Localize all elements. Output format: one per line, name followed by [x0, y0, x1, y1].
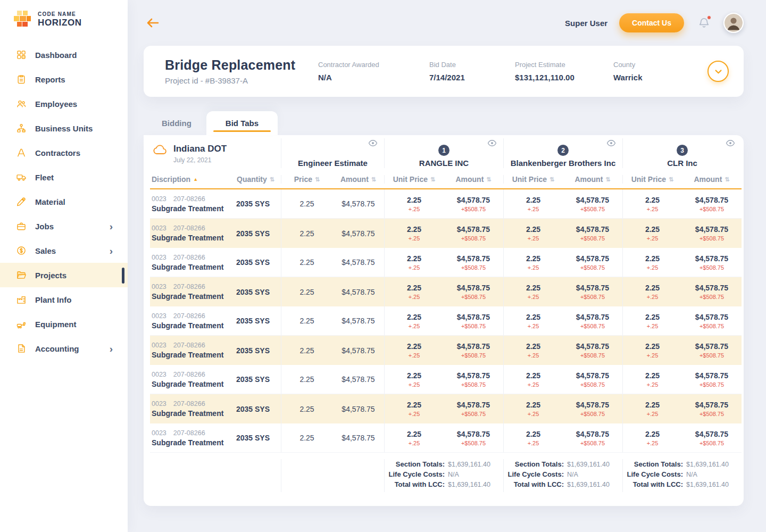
notifications-bell-icon[interactable]	[698, 16, 711, 29]
projects-icon	[16, 270, 27, 280]
unit-price-delta: +.25	[623, 411, 682, 417]
unit-price-delta: +.25	[623, 381, 682, 388]
sidebar-item-accounting[interactable]: Accounting ›	[0, 336, 128, 361]
section-totals-value: $1,639,161.40	[448, 461, 492, 468]
sidebar-item-business-units[interactable]: Business Units	[0, 116, 128, 140]
amount-delta: +$508.75	[444, 235, 503, 242]
row-description: 0023207-08266 Subgrade Treatment	[150, 394, 235, 423]
row-quantity: 2035 SYS	[235, 277, 281, 306]
field-label: County	[613, 61, 642, 69]
sidebar-item-material[interactable]: Material	[0, 189, 128, 214]
sidebar-item-reports[interactable]: Reports	[0, 67, 128, 92]
item-code: 0023	[152, 342, 166, 349]
amount-delta: +$508.75	[682, 206, 742, 212]
sidebar-item-contractors[interactable]: Contractors	[0, 140, 128, 165]
life-cycle-costs-value: N/A	[448, 471, 492, 478]
col-unit-price-3[interactable]: Unit Price⇅	[622, 175, 682, 184]
table-row[interactable]: 0023207-08266 Subgrade Treatment 2035 SY…	[150, 394, 742, 423]
horizon-logo-icon	[14, 11, 32, 29]
table-row[interactable]: 0023207-08266 Subgrade Treatment 2035 SY…	[150, 336, 742, 365]
item-number: 207-08266	[173, 283, 205, 290]
project-field-2: Bid Date 7/14/2021	[429, 61, 515, 82]
avatar[interactable]	[723, 13, 744, 33]
eye-icon[interactable]	[368, 139, 378, 147]
col-bid-amount-3[interactable]: Amount⇅	[682, 175, 742, 184]
amount-delta: +$508.75	[563, 352, 622, 359]
total-with-lcc-value: $1,639,161.40	[567, 481, 611, 488]
brand-logo[interactable]: CODE NAME HORIZON	[0, 0, 128, 38]
item-code: 0023	[152, 371, 166, 378]
row-description: 0023207-08266 Subgrade Treatment	[150, 189, 235, 218]
bid-amount: $4,578.75+$508.75	[444, 365, 503, 394]
back-button[interactable]	[144, 14, 162, 32]
sort-icon: ⇅	[725, 176, 729, 183]
sidebar-item-equipment[interactable]: Equipment	[0, 312, 128, 336]
notification-dot	[707, 15, 711, 20]
col-amount[interactable]: Amount⇅	[332, 175, 384, 184]
unit-price-delta: +.25	[385, 264, 444, 271]
eye-icon[interactable]	[487, 139, 497, 147]
col-quantity[interactable]: Quantity⇅	[235, 175, 281, 184]
bid-unit-price: 2.25+.25	[503, 248, 563, 277]
bid-unit-price: 2.25+.25	[384, 423, 444, 452]
col-unit-price-1[interactable]: Unit Price⇅	[384, 175, 444, 184]
unit-price-delta: +.25	[504, 235, 563, 242]
sidebar-item-dashboard[interactable]: Dashboard	[0, 43, 128, 67]
section-totals-label: Section Totals:	[396, 460, 445, 468]
tab-bidding[interactable]: Bidding	[147, 111, 206, 135]
eye-icon[interactable]	[606, 139, 616, 147]
bid-rows: 0023207-08266 Subgrade Treatment 2035 SY…	[150, 189, 742, 453]
sidebar-item-sales[interactable]: Sales ›	[0, 238, 128, 263]
group-title: Engineer Estimate	[298, 159, 368, 168]
item-description: Subgrade Treatment	[152, 204, 223, 213]
bid-amount: $4,578.75+$508.75	[682, 365, 742, 394]
tab-bid-tabs[interactable]: Bid Tabs	[206, 111, 278, 135]
table-row[interactable]: 0023207-08266 Subgrade Treatment 2035 SY…	[150, 277, 742, 306]
bid-amount: $4,578.75+$508.75	[563, 365, 622, 394]
table-row[interactable]: 0023207-08266 Subgrade Treatment 2035 SY…	[150, 189, 742, 219]
col-description[interactable]: Discription▲	[150, 175, 235, 184]
sidebar-item-fleet[interactable]: Fleet	[0, 165, 128, 189]
table-row[interactable]: 0023207-08266 Subgrade Treatment 2035 SY…	[150, 306, 742, 336]
amount-delta: +$508.75	[682, 235, 742, 242]
item-code: 0023	[152, 400, 166, 408]
bid-unit-price: 2.25+.25	[622, 277, 682, 306]
contact-us-button[interactable]: Contact Us	[619, 13, 684, 32]
bid-unit-price: 2.25+.25	[503, 219, 563, 248]
amount-delta: +$508.75	[563, 381, 622, 388]
bid-unit-price: 2.25+.25	[622, 336, 682, 365]
sidebar-item-label: Plant Info	[35, 295, 71, 304]
eye-icon[interactable]	[726, 139, 735, 147]
item-description: Subgrade Treatment	[152, 263, 223, 271]
sidebar-item-employees[interactable]: Employees	[0, 92, 128, 116]
sidebar-item-plant-info[interactable]: Plant Info	[0, 287, 128, 312]
table-row[interactable]: 0023207-08266 Subgrade Treatment 2035 SY…	[150, 248, 742, 277]
sidebar-item-label: Dashboard	[35, 51, 77, 60]
expand-project-button[interactable]	[707, 61, 729, 82]
col-bid-amount-1[interactable]: Amount⇅	[444, 175, 503, 184]
item-number: 207-08266	[173, 312, 205, 320]
unit-price-delta: +.25	[504, 323, 563, 329]
table-row[interactable]: 0023207-08266 Subgrade Treatment 2035 SY…	[150, 423, 742, 453]
project-field-4: County Warrick	[613, 61, 642, 82]
sort-icon: ⇅	[549, 176, 554, 183]
sort-icon: ⇅	[605, 176, 610, 183]
row-quantity: 2035 SYS	[235, 189, 281, 218]
row-est-price: 2.25	[281, 248, 332, 277]
col-unit-price-2[interactable]: Unit Price⇅	[503, 175, 563, 184]
bid-amount: $4,578.75+$508.75	[563, 277, 622, 306]
sidebar-item-projects[interactable]: Projects	[0, 263, 128, 287]
row-quantity: 2035 SYS	[235, 336, 281, 365]
col-price[interactable]: Price⇅	[281, 175, 332, 184]
table-row[interactable]: 0023207-08266 Subgrade Treatment 2035 SY…	[150, 365, 742, 394]
sidebar-item-jobs[interactable]: Jobs ›	[0, 214, 128, 238]
main-content: Super User Contact Us Bridge Replacement…	[128, 0, 766, 532]
bid-amount: $4,578.75+$508.75	[444, 219, 503, 248]
unit-price-delta: +.25	[623, 294, 682, 300]
amount-delta: +$508.75	[444, 411, 503, 417]
table-row[interactable]: 0023207-08266 Subgrade Treatment 2035 SY…	[150, 219, 742, 248]
column-header-row: Discription▲ Quantity⇅ Price⇅ Amount⇅ Un…	[150, 168, 742, 189]
col-bid-amount-2[interactable]: Amount⇅	[563, 175, 622, 184]
unit-price-delta: +.25	[504, 206, 563, 212]
bidder-header-2: 2 Blankenberger Brothers Inc	[503, 138, 622, 168]
